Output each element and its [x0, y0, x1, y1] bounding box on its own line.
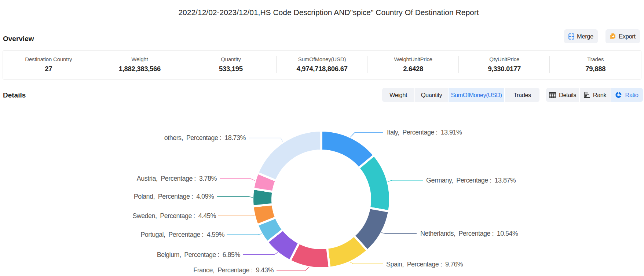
svg-text:Belgium, Percentage : 6.85%: Belgium, Percentage : 6.85%: [157, 251, 241, 258]
svg-text:Germany, Percentage : 13.87%: Germany, Percentage : 13.87%: [426, 177, 516, 184]
svg-text:Italy, Percentage : 13.91%: Italy, Percentage : 13.91%: [387, 129, 462, 136]
svg-text:France, Percentage : 9.43%: France, Percentage : 9.43%: [193, 266, 274, 274]
svg-text:Austria, Percentage : 3.78%: Austria, Percentage : 3.78%: [137, 175, 217, 182]
svg-text:Poland, Percentage : 4.09%: Poland, Percentage : 4.09%: [134, 193, 214, 200]
svg-text:Spain, Percentage : 9.76%: Spain, Percentage : 9.76%: [386, 261, 463, 268]
svg-text:Sweden, Percentage : 4.45%: Sweden, Percentage : 4.45%: [132, 212, 216, 220]
svg-text:others, Percentage : 18.73%: others, Percentage : 18.73%: [164, 134, 246, 141]
svg-text:Portugal, Percentage : 4.59%: Portugal, Percentage : 4.59%: [140, 231, 224, 238]
svg-text:Netherlands, Percentage : 10: Netherlands, Percentage : 10.54%: [420, 230, 518, 237]
